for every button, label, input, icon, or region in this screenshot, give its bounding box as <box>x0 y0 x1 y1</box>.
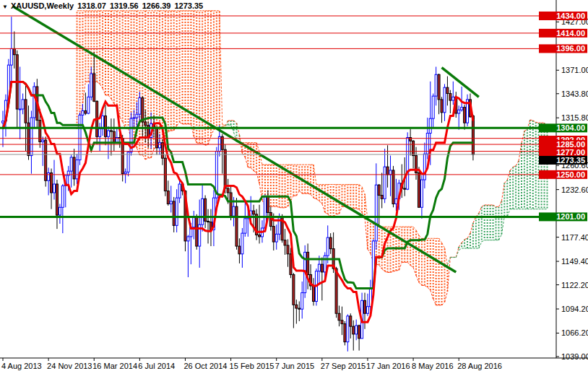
candle-body <box>224 149 226 188</box>
senkou-span-a-line <box>151 149 154 158</box>
date-axis-label: 6 Jul 2014 <box>138 362 175 370</box>
candle-body <box>384 167 386 198</box>
candle-body <box>227 188 229 193</box>
candle-body <box>429 118 431 133</box>
candle-body <box>347 316 349 342</box>
chart-plot-area[interactable]: 1427.001371.001343.801315.801260.601232.… <box>0 0 588 371</box>
candle-body <box>452 97 454 100</box>
candle-body <box>438 74 440 100</box>
candle-body <box>418 173 420 207</box>
price-axis-label: 1094.20 <box>561 305 588 313</box>
senkou-span-a-line <box>507 170 510 180</box>
candle-body <box>313 286 315 302</box>
candle-body <box>202 198 204 224</box>
candle-body <box>19 109 21 110</box>
candle-body <box>344 324 346 342</box>
candle-body <box>233 206 235 216</box>
candle-body <box>173 201 175 225</box>
price-level-box-label: 1250.00 <box>556 170 585 179</box>
candle-body <box>238 246 241 254</box>
candle-body <box>275 234 277 242</box>
candle-body <box>76 160 78 179</box>
price-level-box-label: 1434.00 <box>556 12 585 20</box>
candle-body <box>93 74 95 101</box>
candle-body <box>244 219 246 233</box>
candle-body <box>381 196 383 199</box>
candle-body <box>110 131 112 131</box>
candle-body <box>321 264 323 272</box>
price-axis-label: 1039.00 <box>561 352 588 361</box>
candle-body <box>113 131 115 143</box>
candle-body <box>358 326 360 339</box>
candle-body <box>33 87 35 118</box>
price-axis-label: 1371.00 <box>561 66 588 74</box>
candle-body <box>167 191 169 204</box>
price-level-box-label: 1304.00 <box>556 123 585 132</box>
candle-body <box>107 131 109 136</box>
date-axis-label: 17 Jan 2016 <box>366 362 410 370</box>
candle-body <box>48 173 50 180</box>
candle-body <box>472 116 474 154</box>
senkou-span-a-line <box>498 201 501 207</box>
candle-body <box>187 237 189 241</box>
candle-body <box>142 98 144 122</box>
senkou-span-b-line <box>362 187 365 194</box>
senkou-span-a-line <box>171 131 174 131</box>
candle-body <box>441 100 443 113</box>
date-axis-label: 7 Jun 2015 <box>275 362 314 370</box>
candle-body <box>10 48 12 65</box>
candle-body <box>61 186 64 207</box>
candle-body <box>293 274 295 305</box>
senkou-span-b-line <box>498 235 501 240</box>
candle-body <box>335 269 337 313</box>
candle-body <box>464 108 466 123</box>
candle-body <box>193 217 195 227</box>
price-level-box-label: 1396.00 <box>556 44 585 53</box>
symbol-timeframe-label: XAUUSD,Weekly <box>11 1 74 10</box>
candle-body <box>127 152 129 172</box>
candle-body <box>207 221 209 222</box>
candle-body <box>461 108 463 110</box>
senkou-span-a-line <box>510 167 513 170</box>
trading-chart-window[interactable]: 1427.001371.001343.801315.801260.601232.… <box>0 0 588 371</box>
candle-body <box>87 97 90 113</box>
symbol-dropdown-icon[interactable]: ▼ <box>2 4 8 10</box>
candle-body <box>235 206 238 246</box>
senkou-span-a-line <box>447 257 450 292</box>
candle-body <box>79 115 81 160</box>
candle-body <box>13 48 15 54</box>
candle-body <box>51 173 53 192</box>
senkou-span-a-line <box>462 240 464 243</box>
candle-body <box>395 198 397 204</box>
candle-body <box>350 316 352 326</box>
candle-body <box>364 300 366 313</box>
candle-body <box>446 87 449 93</box>
candle-body <box>412 141 415 155</box>
senkou-span-b-line <box>444 248 447 265</box>
date-axis-label: 15 Feb 2015 <box>230 362 274 370</box>
candle-body <box>196 217 198 246</box>
candle-body <box>290 254 292 275</box>
candle-body <box>404 188 406 189</box>
price-axis-label: 1177.40 <box>561 233 588 242</box>
price-axis-label: 1232.60 <box>561 186 588 194</box>
candle-body <box>59 207 61 215</box>
senkou-span-b-line <box>482 240 485 242</box>
ohlc-low: 1266.39 <box>142 1 171 10</box>
candle-body <box>56 184 58 215</box>
candle-body <box>218 136 220 151</box>
candle-body <box>341 320 343 324</box>
candle-body <box>253 211 255 214</box>
price-level-box-label: 1414.00 <box>556 29 585 38</box>
candle-body <box>178 184 181 198</box>
candle-body <box>375 185 377 241</box>
senkou-span-b-line <box>456 250 459 257</box>
candle-body <box>105 116 107 137</box>
senkou-span-a-line <box>442 302 445 305</box>
candle-body <box>124 172 126 173</box>
candle-body <box>423 154 425 180</box>
candle-body <box>99 129 101 137</box>
date-axis-label: 27 Sep 2015 <box>321 362 366 370</box>
candle-body <box>2 121 4 123</box>
ohlc-close: 1273.35 <box>174 1 203 10</box>
